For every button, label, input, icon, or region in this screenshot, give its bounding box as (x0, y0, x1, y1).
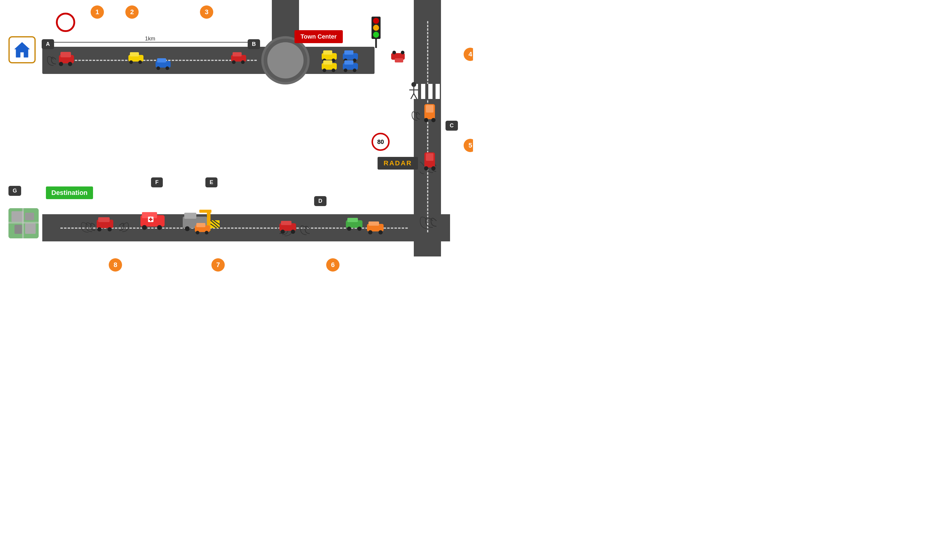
car-red-2 (230, 51, 248, 64)
svg-point-62 (108, 227, 112, 231)
roundabout-inner (267, 42, 304, 78)
car-red-bottom-1 (92, 217, 116, 233)
badge-7: 7 (211, 258, 225, 272)
svg-rect-55 (14, 225, 22, 234)
destination-sign: Destination (46, 186, 93, 199)
svg-point-33 (344, 69, 347, 72)
car-orange-bottom-right (366, 220, 385, 235)
svg-rect-20 (323, 51, 332, 55)
svg-point-9 (129, 60, 133, 64)
car-blue-3 (341, 59, 360, 72)
svg-point-78 (185, 226, 190, 231)
label-a: A (42, 39, 54, 49)
label-c: C (446, 121, 458, 131)
destination-image (8, 208, 39, 238)
badge-2: 2 (125, 5, 139, 19)
svg-rect-85 (281, 221, 292, 225)
svg-line-43 (414, 94, 417, 99)
tl-green (373, 32, 379, 38)
car-orange-v (421, 103, 438, 124)
svg-point-25 (323, 69, 326, 72)
sonic-waves-bottom-right-corner (418, 211, 440, 231)
traffic-light (372, 17, 381, 48)
svg-point-13 (156, 66, 160, 70)
svg-point-83 (205, 231, 208, 234)
speed-sign-100 (56, 13, 75, 32)
svg-rect-12 (157, 58, 166, 63)
speed-sign-80: 80 (372, 133, 390, 151)
svg-point-17 (232, 60, 236, 64)
svg-rect-54 (25, 213, 34, 220)
svg-point-34 (353, 69, 356, 72)
svg-rect-49 (426, 153, 434, 161)
car-yellow-3 (320, 59, 338, 72)
svg-point-87 (291, 229, 295, 234)
badge-5: 5 (464, 139, 473, 152)
pedestrian-icon (408, 82, 420, 100)
svg-rect-58 (22, 208, 24, 238)
svg-rect-60 (98, 217, 110, 222)
svg-rect-93 (369, 222, 379, 226)
distance-label: 1km (145, 36, 155, 42)
svg-point-90 (347, 226, 351, 231)
tl-red (373, 18, 379, 24)
radar-sign: RADAR (378, 157, 418, 169)
svg-point-82 (196, 231, 199, 234)
sonic-waves-orange (408, 107, 423, 122)
car-red-entering (390, 49, 406, 64)
svg-rect-24 (323, 60, 332, 65)
badge-8: 8 (109, 258, 122, 272)
svg-point-69 (157, 225, 162, 230)
label-f: F (151, 177, 163, 188)
svg-point-61 (97, 227, 102, 231)
label-b: B (248, 39, 260, 49)
label-e: E (205, 177, 218, 188)
svg-point-50 (424, 166, 428, 171)
svg-rect-36 (395, 58, 403, 63)
svg-rect-4 (60, 52, 71, 57)
tl-yellow (373, 25, 379, 31)
svg-rect-89 (347, 218, 358, 222)
car-red-v (421, 151, 438, 172)
svg-point-10 (138, 60, 142, 64)
car-red-1 (54, 49, 79, 70)
car-red-bottom-2 (278, 220, 298, 235)
svg-rect-81 (196, 223, 205, 227)
svg-point-91 (357, 226, 361, 231)
svg-rect-32 (344, 60, 353, 65)
car-green-bottom (344, 217, 364, 232)
svg-rect-8 (130, 52, 139, 57)
svg-point-5 (59, 62, 63, 66)
svg-rect-67 (149, 219, 153, 220)
svg-point-14 (165, 66, 169, 70)
svg-point-47 (431, 118, 435, 122)
traffic-light-box (372, 17, 381, 39)
svg-rect-45 (426, 105, 434, 112)
car-yellow-1 (127, 51, 145, 64)
svg-rect-28 (344, 51, 353, 55)
house-icon-box (8, 36, 35, 63)
svg-point-39 (411, 82, 416, 87)
house-icon (13, 41, 31, 59)
svg-point-51 (431, 166, 435, 171)
label-g: G (8, 186, 21, 196)
badge-4: 4 (464, 48, 473, 61)
car-orange-bottom (193, 222, 211, 235)
badge-3: 3 (200, 5, 213, 19)
distance-arrow: 1km (48, 36, 266, 48)
svg-rect-73 (199, 210, 211, 213)
sonic-waves-bottom-right (118, 217, 134, 235)
svg-point-26 (332, 69, 335, 72)
svg-point-68 (142, 225, 147, 230)
town-center-sign: Town Center (295, 30, 343, 43)
svg-rect-53 (11, 211, 23, 222)
svg-point-37 (401, 51, 404, 54)
svg-rect-71 (184, 213, 196, 219)
svg-point-94 (368, 230, 372, 234)
svg-point-18 (241, 60, 245, 64)
road-marking-v (427, 21, 428, 232)
tl-pole (375, 39, 377, 48)
svg-line-42 (411, 94, 414, 99)
svg-point-95 (378, 230, 383, 234)
svg-point-38 (392, 51, 396, 54)
